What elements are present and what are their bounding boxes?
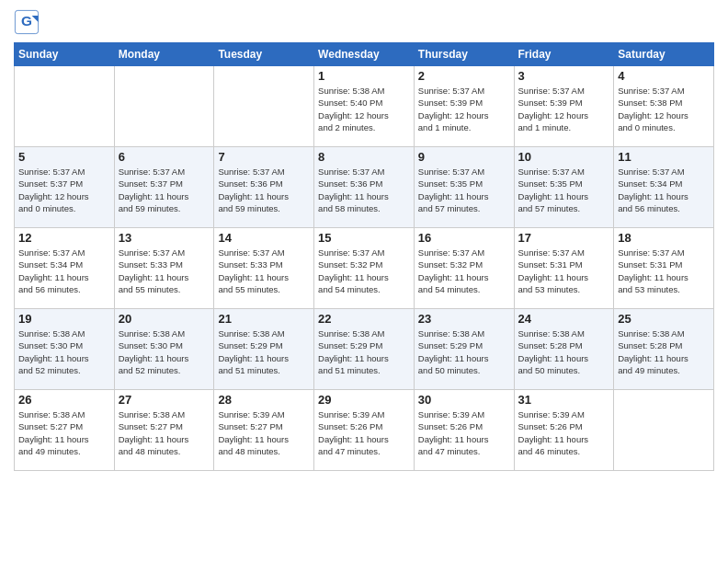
calendar-cell <box>214 66 314 147</box>
day-number: 21 <box>218 312 310 326</box>
day-number: 11 <box>618 150 710 164</box>
weekday-header-thursday: Thursday <box>414 43 514 66</box>
day-number: 30 <box>418 393 510 407</box>
day-info: Sunrise: 5:37 AM Sunset: 5:32 PM Dayligh… <box>318 247 410 295</box>
calendar-cell: 12Sunrise: 5:37 AM Sunset: 5:34 PM Dayli… <box>15 228 115 309</box>
day-number: 3 <box>518 69 610 83</box>
weekday-header-friday: Friday <box>514 43 614 66</box>
calendar-cell: 9Sunrise: 5:37 AM Sunset: 5:35 PM Daylig… <box>414 147 514 228</box>
weekday-header-row: SundayMondayTuesdayWednesdayThursdayFrid… <box>15 43 714 66</box>
calendar-cell: 4Sunrise: 5:37 AM Sunset: 5:38 PM Daylig… <box>614 66 714 147</box>
calendar-cell: 6Sunrise: 5:37 AM Sunset: 5:37 PM Daylig… <box>114 147 214 228</box>
calendar-cell: 7Sunrise: 5:37 AM Sunset: 5:36 PM Daylig… <box>214 147 314 228</box>
day-number: 24 <box>518 312 610 326</box>
day-info: Sunrise: 5:37 AM Sunset: 5:35 PM Dayligh… <box>418 166 510 214</box>
day-number: 5 <box>18 150 110 164</box>
weekday-header-sunday: Sunday <box>15 43 115 66</box>
day-info: Sunrise: 5:37 AM Sunset: 5:31 PM Dayligh… <box>618 247 710 295</box>
day-number: 27 <box>119 393 210 407</box>
day-info: Sunrise: 5:38 AM Sunset: 5:29 PM Dayligh… <box>218 327 310 376</box>
day-info: Sunrise: 5:37 AM Sunset: 5:35 PM Dayligh… <box>518 166 610 214</box>
calendar-cell: 23Sunrise: 5:38 AM Sunset: 5:29 PM Dayli… <box>414 309 514 390</box>
day-number: 15 <box>318 231 410 245</box>
calendar-cell: 1Sunrise: 5:38 AM Sunset: 5:40 PM Daylig… <box>314 66 415 147</box>
day-info: Sunrise: 5:37 AM Sunset: 5:33 PM Dayligh… <box>119 247 210 295</box>
day-number: 23 <box>418 312 510 326</box>
calendar-cell: 26Sunrise: 5:38 AM Sunset: 5:27 PM Dayli… <box>15 390 115 471</box>
day-number: 9 <box>418 150 510 164</box>
day-info: Sunrise: 5:38 AM Sunset: 5:27 PM Dayligh… <box>119 408 210 457</box>
day-info: Sunrise: 5:37 AM Sunset: 5:33 PM Dayligh… <box>218 247 310 295</box>
calendar-cell: 5Sunrise: 5:37 AM Sunset: 5:37 PM Daylig… <box>15 147 115 228</box>
day-number: 10 <box>518 150 610 164</box>
weekday-header-saturday: Saturday <box>614 43 714 66</box>
day-number: 12 <box>18 231 110 245</box>
day-info: Sunrise: 5:37 AM Sunset: 5:37 PM Dayligh… <box>18 166 110 214</box>
day-info: Sunrise: 5:38 AM Sunset: 5:28 PM Dayligh… <box>518 327 610 376</box>
day-number: 7 <box>218 150 310 164</box>
day-number: 20 <box>119 312 210 326</box>
day-number: 31 <box>518 393 610 407</box>
calendar-cell <box>15 66 115 147</box>
calendar-cell: 31Sunrise: 5:39 AM Sunset: 5:26 PM Dayli… <box>514 390 614 471</box>
day-number: 19 <box>18 312 110 326</box>
calendar-cell: 15Sunrise: 5:37 AM Sunset: 5:32 PM Dayli… <box>314 228 415 309</box>
day-info: Sunrise: 5:39 AM Sunset: 5:27 PM Dayligh… <box>218 408 310 457</box>
calendar: SundayMondayTuesdayWednesdayThursdayFrid… <box>14 42 714 471</box>
day-info: Sunrise: 5:37 AM Sunset: 5:34 PM Dayligh… <box>18 247 110 295</box>
day-number: 8 <box>318 150 410 164</box>
day-number: 25 <box>618 312 710 326</box>
calendar-week-row: 12Sunrise: 5:37 AM Sunset: 5:34 PM Dayli… <box>15 228 714 309</box>
calendar-cell: 22Sunrise: 5:38 AM Sunset: 5:29 PM Dayli… <box>314 309 415 390</box>
day-info: Sunrise: 5:38 AM Sunset: 5:27 PM Dayligh… <box>18 408 110 457</box>
day-number: 2 <box>418 69 510 83</box>
day-info: Sunrise: 5:37 AM Sunset: 5:32 PM Dayligh… <box>418 247 510 295</box>
day-info: Sunrise: 5:38 AM Sunset: 5:40 PM Dayligh… <box>318 85 410 133</box>
calendar-cell: 21Sunrise: 5:38 AM Sunset: 5:29 PM Dayli… <box>214 309 314 390</box>
calendar-cell: 20Sunrise: 5:38 AM Sunset: 5:30 PM Dayli… <box>114 309 214 390</box>
calendar-cell: 17Sunrise: 5:37 AM Sunset: 5:31 PM Dayli… <box>514 228 614 309</box>
calendar-cell: 10Sunrise: 5:37 AM Sunset: 5:35 PM Dayli… <box>514 147 614 228</box>
day-info: Sunrise: 5:37 AM Sunset: 5:39 PM Dayligh… <box>518 85 610 133</box>
day-info: Sunrise: 5:37 AM Sunset: 5:37 PM Dayligh… <box>119 166 210 214</box>
calendar-cell: 13Sunrise: 5:37 AM Sunset: 5:33 PM Dayli… <box>114 228 214 309</box>
day-number: 18 <box>618 231 710 245</box>
day-info: Sunrise: 5:37 AM Sunset: 5:31 PM Dayligh… <box>518 247 610 295</box>
calendar-cell: 28Sunrise: 5:39 AM Sunset: 5:27 PM Dayli… <box>214 390 314 471</box>
header: G <box>14 9 714 35</box>
calendar-week-row: 26Sunrise: 5:38 AM Sunset: 5:27 PM Dayli… <box>15 390 714 471</box>
day-info: Sunrise: 5:37 AM Sunset: 5:36 PM Dayligh… <box>318 166 410 214</box>
calendar-cell: 19Sunrise: 5:38 AM Sunset: 5:30 PM Dayli… <box>15 309 115 390</box>
logo-icon: G <box>14 9 40 35</box>
day-number: 17 <box>518 231 610 245</box>
day-number: 14 <box>218 231 310 245</box>
calendar-cell: 30Sunrise: 5:39 AM Sunset: 5:26 PM Dayli… <box>414 390 514 471</box>
day-info: Sunrise: 5:39 AM Sunset: 5:26 PM Dayligh… <box>418 408 510 457</box>
calendar-week-row: 19Sunrise: 5:38 AM Sunset: 5:30 PM Dayli… <box>15 309 714 390</box>
weekday-header-tuesday: Tuesday <box>214 43 314 66</box>
page: G SundayMondayTuesdayWednesdayThursdayFr… <box>0 0 728 563</box>
day-number: 29 <box>318 393 410 407</box>
day-number: 16 <box>418 231 510 245</box>
calendar-cell: 18Sunrise: 5:37 AM Sunset: 5:31 PM Dayli… <box>614 228 714 309</box>
day-number: 26 <box>18 393 110 407</box>
day-number: 4 <box>618 69 710 83</box>
day-number: 6 <box>119 150 210 164</box>
day-info: Sunrise: 5:38 AM Sunset: 5:28 PM Dayligh… <box>618 327 710 376</box>
calendar-cell: 11Sunrise: 5:37 AM Sunset: 5:34 PM Dayli… <box>614 147 714 228</box>
calendar-cell: 25Sunrise: 5:38 AM Sunset: 5:28 PM Dayli… <box>614 309 714 390</box>
day-info: Sunrise: 5:39 AM Sunset: 5:26 PM Dayligh… <box>518 408 610 457</box>
day-info: Sunrise: 5:37 AM Sunset: 5:34 PM Dayligh… <box>618 166 710 214</box>
weekday-header-wednesday: Wednesday <box>314 43 415 66</box>
calendar-cell: 2Sunrise: 5:37 AM Sunset: 5:39 PM Daylig… <box>414 66 514 147</box>
weekday-header-monday: Monday <box>114 43 214 66</box>
calendar-cell: 29Sunrise: 5:39 AM Sunset: 5:26 PM Dayli… <box>314 390 415 471</box>
day-info: Sunrise: 5:38 AM Sunset: 5:30 PM Dayligh… <box>18 327 110 376</box>
calendar-week-row: 1Sunrise: 5:38 AM Sunset: 5:40 PM Daylig… <box>15 66 714 147</box>
day-info: Sunrise: 5:37 AM Sunset: 5:36 PM Dayligh… <box>218 166 310 214</box>
day-info: Sunrise: 5:38 AM Sunset: 5:29 PM Dayligh… <box>318 327 410 376</box>
calendar-cell <box>614 390 714 471</box>
day-number: 1 <box>318 69 410 83</box>
calendar-cell: 14Sunrise: 5:37 AM Sunset: 5:33 PM Dayli… <box>214 228 314 309</box>
day-number: 28 <box>218 393 310 407</box>
